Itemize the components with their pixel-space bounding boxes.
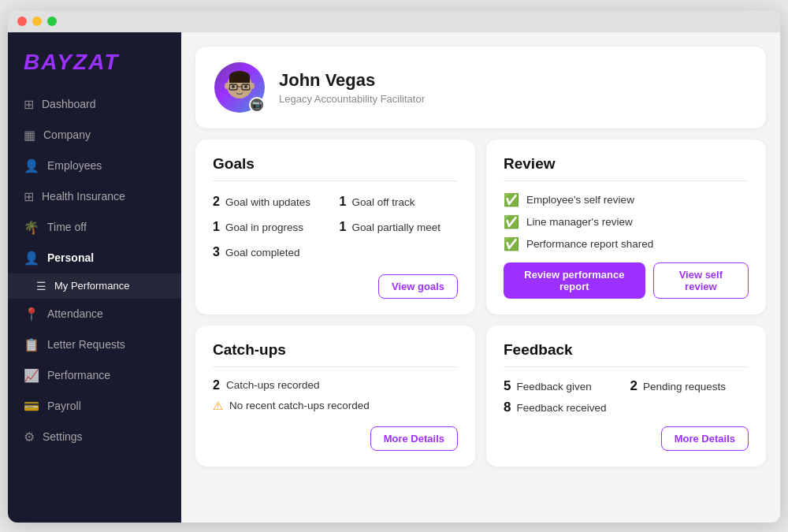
catchup-list: 2 Catch-ups recorded ⚠ No recent catch-u… [213, 378, 458, 415]
goal-label: Goal completed [225, 245, 300, 261]
goal-item-in-progress: 1 Goal in progress [213, 218, 332, 238]
feedback-title: Feedback [504, 341, 749, 359]
sidebar-item-letter-requests[interactable]: 📋 Letter Requests [8, 329, 181, 360]
sidebar-item-health-insurance[interactable]: ⊞ Health Insurance [8, 181, 181, 212]
feedback-num: 2 [630, 378, 637, 394]
catchups-footer: More Details [213, 426, 458, 451]
sidebar-item-label: Payroll [47, 400, 81, 412]
catchup-num: 2 [213, 378, 220, 392]
feedback-footer: More Details [504, 426, 749, 451]
company-icon: ▦ [24, 128, 35, 143]
review-label: Employee's self review [526, 194, 634, 206]
profile-info: John Vegas Legacy Accountability Facilit… [279, 70, 425, 105]
payroll-icon: 💳 [24, 399, 39, 414]
sidebar-item-time-off[interactable]: 🌴 Time off [8, 212, 181, 243]
feedback-num: 5 [504, 378, 511, 394]
catchups-more-details-button[interactable]: More Details [370, 426, 458, 451]
app-window: BAYZAT ⊞ Dashboard ▦ Company 👤 Employees… [8, 10, 780, 523]
feedback-label: Feedback received [516, 402, 606, 414]
goal-item-completed: 3 Goal completed [213, 243, 332, 263]
avatar-wrap: 📷 [214, 62, 265, 113]
sidebar-item-settings[interactable]: ⚙ Settings [8, 422, 181, 452]
catchups-card: Catch-ups 2 Catch-ups recorded ⚠ No rece… [195, 326, 475, 467]
review-performance-report-button[interactable]: Review performance report [504, 262, 645, 299]
app-layout: BAYZAT ⊞ Dashboard ▦ Company 👤 Employees… [8, 32, 780, 523]
card-grid: Goals 2 Goal with updates 1 Goal off tra… [195, 140, 766, 467]
catchup-recorded: 2 Catch-ups recorded [213, 378, 458, 392]
sidebar-item-personal[interactable]: 👤 Personal [8, 243, 181, 273]
feedback-more-details-button[interactable]: More Details [661, 426, 749, 451]
feedback-list: 5 Feedback given 2 Pending requests 8 Fe… [504, 378, 749, 415]
sidebar-item-attendance[interactable]: 📍 Attendance [8, 299, 181, 329]
camera-icon[interactable]: 📷 [249, 97, 265, 113]
minimize-dot[interactable] [32, 17, 42, 26]
feedback-num: 8 [504, 400, 511, 415]
sidebar-item-label: Employees [47, 159, 102, 172]
goal-num: 2 [213, 192, 220, 211]
view-self-review-button[interactable]: View self review [653, 262, 749, 299]
profile-card: 📷 John Vegas Legacy Accountability Facil… [195, 47, 766, 128]
titlebar [8, 10, 780, 32]
timeoff-icon: 🌴 [24, 220, 39, 235]
sidebar-item-my-performance[interactable]: ☰ My Performance [8, 273, 181, 299]
sidebar-item-label: Company [43, 128, 91, 141]
personal-icon: 👤 [24, 251, 39, 266]
catchups-divider [213, 366, 458, 367]
svg-point-8 [225, 83, 229, 89]
catchup-label: Catch-ups recorded [226, 379, 320, 391]
performance-icon: 📈 [24, 368, 39, 383]
catchups-title: Catch-ups [213, 341, 458, 359]
review-item-self: ✅ Employee's self review [504, 192, 749, 207]
sidebar: BAYZAT ⊞ Dashboard ▦ Company 👤 Employees… [8, 32, 181, 523]
goal-num: 1 [213, 218, 220, 236]
review-card: Review ✅ Employee's self review ✅ Line m… [486, 140, 766, 314]
review-list: ✅ Employee's self review ✅ Line manager'… [504, 192, 749, 251]
check-icon: ✅ [504, 236, 519, 251]
sidebar-item-label: Time off [47, 221, 87, 233]
sidebar-item-label: Letter Requests [47, 338, 125, 351]
review-item-manager: ✅ Line manager's review [504, 214, 749, 229]
goal-num: 3 [213, 243, 220, 262]
my-performance-icon: ☰ [36, 280, 46, 292]
sidebar-item-employees[interactable]: 👤 Employees [8, 151, 181, 181]
profile-title: Legacy Accountability Facilitator [279, 93, 425, 105]
review-label: Line manager's review [526, 216, 633, 228]
review-item-shared: ✅ Performance report shared [504, 236, 749, 251]
goal-num: 1 [340, 218, 347, 236]
sidebar-item-performance[interactable]: 📈 Performance [8, 360, 181, 391]
goal-item-partially-meet: 1 Goal partially meet [340, 218, 459, 238]
close-dot[interactable] [17, 17, 27, 26]
sidebar-item-dashboard[interactable]: ⊞ Dashboard [8, 89, 181, 120]
goal-item-off-track: 1 Goal off track [340, 192, 459, 213]
goal-label: Goal in progress [225, 220, 303, 236]
svg-point-9 [250, 83, 255, 89]
settings-icon: ⚙ [24, 430, 35, 445]
goals-divider [213, 180, 458, 181]
sidebar-item-label: Dashboard [42, 98, 96, 110]
goals-card: Goals 2 Goal with updates 1 Goal off tra… [195, 140, 475, 314]
health-icon: ⊞ [24, 189, 34, 204]
catchup-warning-label: No recent catch-ups recorded [229, 400, 370, 411]
sidebar-item-payroll[interactable]: 💳 Payroll [8, 391, 181, 422]
attendance-icon: 📍 [24, 307, 39, 322]
goal-label: Goal off track [351, 195, 414, 210]
svg-point-5 [244, 85, 247, 88]
feedback-label: Feedback given [516, 381, 591, 392]
maximize-dot[interactable] [47, 17, 57, 26]
review-label: Performance report shared [526, 238, 653, 250]
svg-point-4 [232, 85, 235, 88]
sidebar-sub-item-label: My Performance [54, 280, 129, 292]
view-goals-button[interactable]: View goals [378, 274, 458, 299]
sidebar-item-label: Attendance [47, 307, 103, 320]
sidebar-item-label: Health Insurance [42, 190, 125, 203]
logo: BAYZAT [8, 32, 181, 89]
check-icon: ✅ [504, 192, 519, 207]
warning-icon: ⚠ [213, 399, 223, 413]
svg-rect-7 [229, 76, 250, 83]
feedback-label: Pending requests [643, 381, 726, 392]
sidebar-item-company[interactable]: ▦ Company [8, 120, 181, 151]
letter-icon: 📋 [24, 337, 39, 352]
main-content: 📷 John Vegas Legacy Accountability Facil… [181, 32, 780, 523]
feedback-pending: 2 Pending requests [630, 378, 749, 394]
goal-label: Goal partially meet [351, 220, 440, 236]
